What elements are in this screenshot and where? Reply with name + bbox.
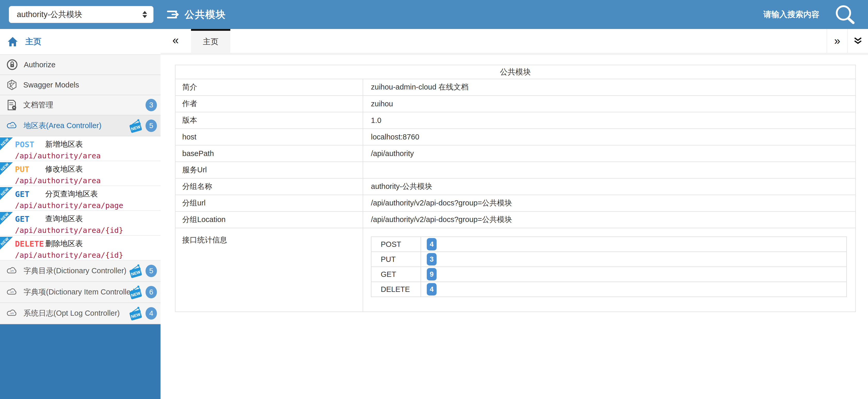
table-row: 分组名称authority-公共模块: [175, 178, 856, 195]
controller-count-badge: 6: [146, 286, 157, 298]
sidebar-controller-dictionary[interactable]: API 字典目录(Dictionary Controller) NEW 5: [0, 261, 160, 282]
sidebar: 主页 Authorize Swagger Models: [0, 29, 160, 399]
table-row: 分组url/api/authority/v2/api-docs?group=公共…: [175, 195, 856, 211]
new-sign-badge: NEW: [128, 118, 143, 133]
tabs-scroll-left-button[interactable]: «: [173, 34, 179, 47]
api-cloud-icon: API: [6, 288, 18, 296]
svg-text:API: API: [10, 124, 14, 127]
select-arrows-icon: [143, 11, 147, 18]
table-row: basePath/api/authority: [175, 145, 856, 162]
controller-label: 字典目录(Dictionary Controller): [24, 266, 126, 276]
api-name: 删除地区表: [45, 238, 83, 249]
sidebar-item-authorize[interactable]: Authorize: [0, 55, 160, 75]
api-method: DELETE: [15, 239, 45, 248]
table-row: 作者zuihou: [175, 95, 856, 112]
api-item-get-area-id[interactable]: NEW GET 查询地区表 /api/authority/area/{id}: [0, 211, 160, 236]
sidebar-controller-dictionary-item[interactable]: API 字典项(Dictionary Item Controller) NEW …: [0, 282, 160, 303]
tab-bar: « 主页 »: [160, 29, 868, 55]
sidebar-item-swagger-models[interactable]: Swagger Models: [0, 75, 160, 95]
table-row: 服务Url: [175, 162, 856, 178]
search-icon[interactable]: [830, 4, 859, 25]
svg-text:API: API: [10, 291, 14, 293]
group-select-value: authority-公共模块: [17, 9, 82, 20]
api-method: GET: [15, 214, 45, 224]
api-cloud-icon: API: [6, 267, 18, 275]
double-chevron-down-icon: [854, 37, 862, 45]
controller-label: 系统日志(Opt Log Controller): [24, 308, 120, 318]
top-header-bar: authority-公共模块 公共模块 请输入搜索内容: [0, 0, 868, 29]
api-path: /api/authority/area/{id}: [15, 226, 160, 235]
new-ribbon-icon: NEW: [0, 237, 13, 250]
controller-count-badge: 5: [146, 119, 157, 132]
new-sign-badge: NEW: [128, 264, 143, 278]
api-path: /api/authority/area: [15, 176, 160, 185]
controller-label: 字典项(Dictionary Item Controller): [24, 287, 135, 297]
api-method: POST: [15, 140, 45, 149]
api-name: 分页查询地区表: [45, 189, 98, 199]
sidebar-item-label: 文档管理: [23, 100, 53, 110]
new-ribbon-icon: NEW: [0, 137, 13, 150]
main-content: 公共模块 简介zuihou-admin-cloud 在线文档 作者zuihou …: [160, 55, 868, 399]
tabs-scroll-right-button[interactable]: »: [827, 29, 847, 53]
lock-icon: [7, 59, 18, 70]
api-method: GET: [15, 190, 45, 199]
api-item-get-area-page[interactable]: NEW GET 分页查询地区表 /api/authority/area/page: [0, 186, 160, 211]
table-row: hostlocalhost:8760: [175, 129, 856, 145]
controller-count-badge: 5: [146, 265, 157, 277]
new-sign-badge: NEW: [128, 306, 143, 321]
api-path: /api/authority/area: [15, 151, 160, 160]
api-stats-table: POST 4 PUT 3 GET 9 DELETE: [371, 236, 847, 297]
controller-label: 地区表(Area Controller): [24, 121, 101, 131]
api-item-delete-area-id[interactable]: NEW DELETE 删除地区表 /api/authority/area/{id…: [0, 236, 160, 261]
table-row-stats: 接口统计信息 POST 4 PUT 3 GET 9: [175, 228, 856, 312]
tabs-menu-button[interactable]: [847, 29, 868, 53]
hexagon-icon: [7, 80, 17, 90]
module-info-table: 公共模块 简介zuihou-admin-cloud 在线文档 作者zuihou …: [175, 65, 856, 312]
api-name: 新增地区表: [45, 139, 83, 149]
api-path: /api/authority/area/{id}: [15, 251, 160, 259]
table-row: 简介zuihou-admin-cloud 在线文档: [175, 79, 856, 95]
api-item-post-area[interactable]: NEW POST 新增地区表 /api/authority/area: [0, 136, 160, 161]
stats-label: 接口统计信息: [175, 228, 363, 312]
page-title: 公共模块: [185, 8, 226, 21]
stats-row: DELETE 4: [371, 282, 846, 297]
home-icon: [7, 36, 18, 47]
api-item-put-area[interactable]: NEW PUT 修改地区表 /api/authority/area: [0, 161, 160, 186]
stat-count-badge: 9: [427, 268, 437, 281]
api-name: 修改地区表: [45, 164, 83, 174]
new-sign-badge: NEW: [128, 285, 143, 300]
stat-count-badge: 3: [427, 253, 437, 265]
sidebar-item-home[interactable]: 主页: [0, 29, 160, 55]
api-cloud-icon: API: [6, 122, 18, 130]
stat-count-badge: 4: [427, 283, 437, 295]
table-row: 版本1.0: [175, 112, 856, 129]
stats-row: POST 4: [371, 237, 846, 252]
api-name: 查询地区表: [45, 214, 83, 224]
controller-count-badge: 4: [146, 307, 157, 319]
doc-gear-icon: [7, 99, 17, 111]
new-ribbon-icon: NEW: [0, 187, 13, 200]
doc-manage-count-badge: 3: [146, 99, 157, 111]
api-path: /api/authority/area/page: [15, 201, 160, 210]
api-list: NEW POST 新增地区表 /api/authority/area NEW P…: [0, 136, 160, 261]
search-placeholder-text[interactable]: 请输入搜索内容: [763, 9, 819, 20]
sidebar-item-label: 主页: [25, 36, 41, 47]
sidebar-controller-opt-log[interactable]: API 系统日志(Opt Log Controller) NEW 4: [0, 303, 160, 324]
api-method: PUT: [15, 165, 45, 174]
swagger-bootstrap-ui: authority-公共模块 公共模块 请输入搜索内容 主页: [0, 0, 868, 399]
table-row: 分组Location/api/authority/v2/api-docs?gro…: [175, 211, 856, 228]
new-ribbon-icon: NEW: [0, 212, 13, 225]
new-ribbon-icon: NEW: [0, 162, 13, 175]
stats-row: PUT 3: [371, 252, 846, 267]
svg-text:API: API: [10, 312, 14, 315]
sidebar-item-label: Swagger Models: [23, 81, 79, 89]
tab-home[interactable]: 主页: [191, 29, 230, 53]
svg-text:API: API: [10, 269, 14, 272]
stats-row: GET 9: [371, 267, 846, 282]
sidebar-item-label: Authorize: [24, 61, 56, 69]
module-title: 公共模块: [175, 65, 856, 79]
group-select[interactable]: authority-公共模块: [9, 6, 154, 23]
sidebar-controller-area[interactable]: API 地区表(Area Controller) NEW 5: [0, 115, 160, 136]
menu-toggle-icon[interactable]: [167, 9, 179, 21]
sidebar-item-doc-manage[interactable]: 文档管理 3: [0, 95, 160, 115]
